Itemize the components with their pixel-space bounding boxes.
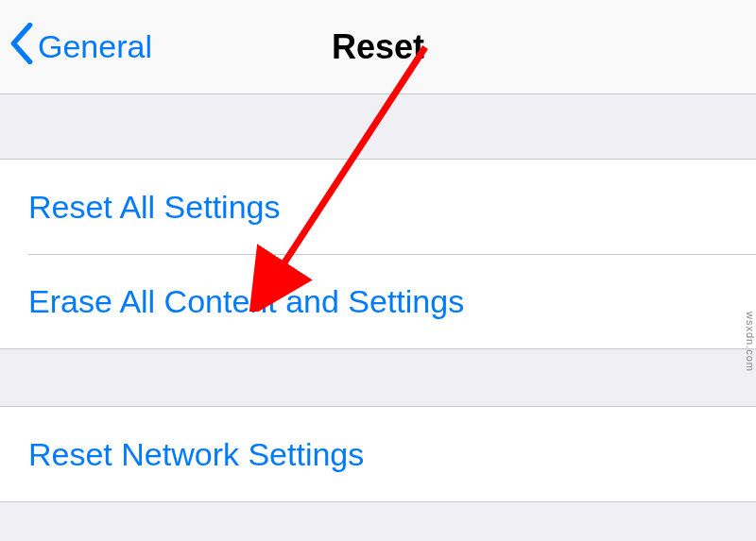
settings-group-1: Reset All Settings Erase All Content and… bbox=[0, 159, 756, 349]
watermark: wsxdn.com bbox=[745, 312, 756, 372]
chevron-left-icon bbox=[9, 23, 38, 72]
back-label: General bbox=[38, 28, 152, 65]
section-spacer bbox=[0, 94, 756, 159]
row-label: Reset All Settings bbox=[28, 189, 280, 226]
reset-network-settings-row[interactable]: Reset Network Settings bbox=[0, 407, 756, 501]
erase-all-content-row[interactable]: Erase All Content and Settings bbox=[28, 254, 756, 348]
navbar: General Reset bbox=[0, 0, 756, 94]
settings-group-2: Reset Network Settings bbox=[0, 406, 756, 502]
back-button[interactable]: General bbox=[9, 23, 152, 72]
row-label: Reset Network Settings bbox=[28, 436, 364, 473]
page-title: Reset bbox=[332, 27, 424, 67]
reset-all-settings-row[interactable]: Reset All Settings bbox=[0, 160, 756, 254]
row-label: Erase All Content and Settings bbox=[28, 283, 464, 320]
section-spacer bbox=[0, 349, 756, 406]
